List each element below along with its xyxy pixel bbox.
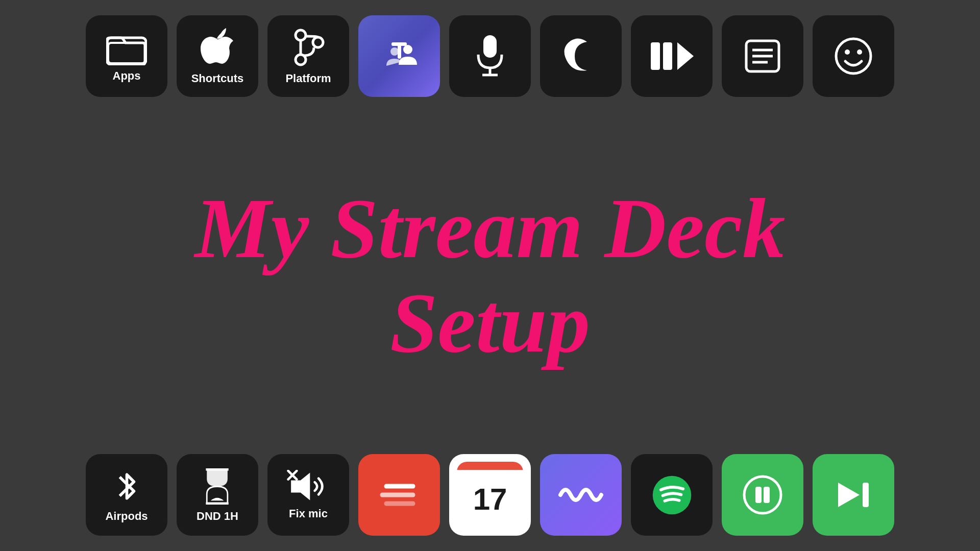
svg-marker-34	[838, 483, 860, 507]
microphone-button[interactable]	[449, 15, 531, 97]
spotify-button[interactable]	[631, 454, 713, 536]
dnd1h-label: DND 1H	[197, 510, 238, 523]
hourglass-icon	[202, 467, 233, 506]
svg-point-20	[845, 49, 850, 55]
svg-point-2	[296, 30, 306, 40]
wavebox-button[interactable]	[540, 454, 622, 536]
smiley-icon	[833, 36, 874, 77]
svg-point-30	[652, 475, 691, 514]
todoist-icon	[376, 472, 422, 518]
calendar-button[interactable]: 17	[449, 454, 531, 536]
speaker-fix-icon	[287, 470, 330, 503]
night-button[interactable]	[540, 15, 622, 97]
apple-icon	[200, 27, 235, 68]
svg-point-31	[744, 477, 781, 513]
platform-label: Platform	[285, 72, 331, 85]
teams-button[interactable]	[358, 15, 440, 97]
fixmic-label: Fix mic	[289, 507, 328, 520]
calendar-month	[457, 462, 523, 470]
skip-forward-icon	[833, 474, 874, 515]
notes-icon	[742, 36, 783, 77]
skip-forward-button[interactable]	[813, 454, 894, 536]
svg-rect-12	[651, 42, 660, 70]
platform-button[interactable]: Platform	[267, 15, 349, 97]
title-line1: My Stream Deck	[194, 181, 785, 276]
todoist-button[interactable]	[358, 454, 440, 536]
fixmic-button[interactable]: Fix mic	[267, 454, 349, 536]
apps-label: Apps	[113, 69, 141, 83]
pause-circle-icon	[742, 474, 783, 515]
svg-point-19	[836, 39, 871, 73]
svg-rect-13	[663, 42, 672, 70]
shortcuts-button[interactable]: Shortcuts	[177, 15, 258, 97]
calendar-day: 17	[457, 470, 523, 528]
emoji-button[interactable]	[813, 15, 894, 97]
top-icon-row: Apps Shortcuts Platform	[20, 15, 960, 97]
apps-button[interactable]: Apps	[86, 15, 167, 97]
airpods-button[interactable]: Airpods	[86, 454, 167, 536]
pause-button[interactable]	[722, 454, 803, 536]
notes-button[interactable]	[722, 15, 803, 97]
playpause-icon	[649, 38, 695, 74]
svg-marker-14	[677, 42, 694, 70]
folder-icon	[106, 30, 147, 65]
svg-point-4	[313, 37, 323, 47]
git-icon	[290, 27, 326, 68]
airpods-label: Airpods	[105, 510, 148, 523]
svg-rect-1	[108, 43, 145, 63]
teams-icon	[376, 33, 422, 79]
svg-rect-32	[755, 487, 762, 503]
shortcuts-label: Shortcuts	[191, 72, 244, 85]
svg-point-8	[390, 47, 399, 56]
moon-icon	[560, 36, 601, 77]
title-line2: Setup	[194, 276, 785, 370]
main-title: My Stream Deck Setup	[194, 181, 785, 370]
svg-point-7	[403, 45, 412, 54]
svg-rect-33	[764, 487, 770, 503]
microphone-icon	[472, 33, 508, 79]
spotify-icon	[650, 473, 694, 517]
svg-rect-9	[483, 35, 497, 58]
playpause-button[interactable]	[631, 15, 713, 97]
svg-point-21	[857, 49, 862, 55]
wave-icon	[558, 480, 604, 510]
bluetooth-icon	[110, 467, 143, 506]
svg-rect-35	[863, 483, 869, 507]
dnd1h-button[interactable]: DND 1H	[177, 454, 258, 536]
bottom-icon-row: Airpods DND 1H Fix mic	[20, 454, 960, 536]
